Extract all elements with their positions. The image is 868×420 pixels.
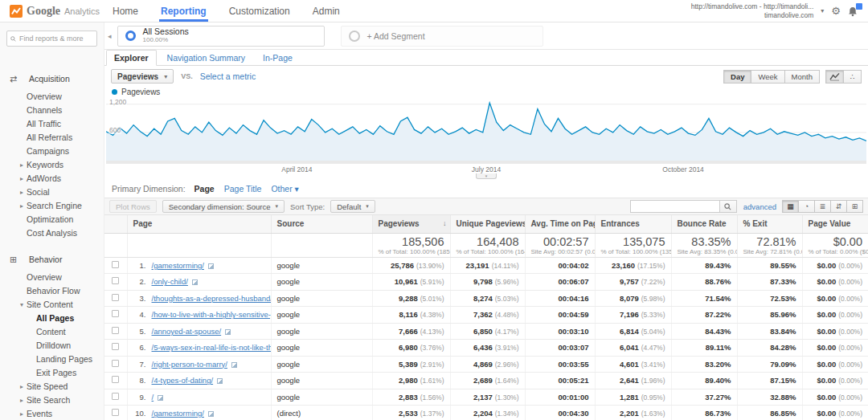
open-page-icon[interactable] [231, 362, 237, 368]
page-link[interactable]: /only-child/ [152, 277, 188, 286]
totals-subtext: % of Total: 100.00% (185,506) [379, 248, 444, 255]
exit-rate-cell: 89.55% [737, 257, 802, 274]
add-segment-button[interactable]: + Add Segment [341, 26, 543, 47]
sidebar-item-overview[interactable]: Overview [0, 90, 104, 104]
sidebar-section-header-behavior[interactable]: ⊞Behavior [0, 251, 104, 267]
notifications-bell-icon[interactable] [848, 6, 858, 17]
column-header-page[interactable]: Page [127, 215, 271, 233]
open-page-icon[interactable] [217, 378, 223, 384]
row-checkbox[interactable] [112, 360, 119, 367]
granularity-week[interactable]: Week [751, 70, 784, 84]
performance-view-icon[interactable]: ≣ [814, 200, 831, 213]
column-header-source[interactable]: Source [271, 215, 372, 233]
nav-admin[interactable]: Admin [313, 0, 340, 22]
sidebar-item-behavior-flow[interactable]: Behavior Flow [0, 284, 104, 298]
line-chart-icon[interactable] [825, 70, 844, 84]
row-checkbox[interactable] [112, 261, 119, 268]
sidebar-item-social[interactable]: ▸Social [0, 186, 104, 199]
page-link[interactable]: /gamestorming/ [152, 409, 204, 418]
granularity-month[interactable]: Month [784, 70, 820, 84]
open-page-icon[interactable] [208, 263, 214, 269]
row-checkbox[interactable] [112, 376, 119, 383]
page-link[interactable]: / [152, 393, 154, 402]
advanced-filter-link[interactable]: advanced [743, 202, 776, 211]
row-checkbox[interactable] [112, 409, 119, 416]
sidebar-item-search-engine-optimization[interactable]: ▸Search Engine Optimization [0, 199, 104, 226]
dimension-option-page[interactable]: Page [194, 184, 215, 194]
account-caret-icon[interactable]: ▾ [821, 7, 824, 14]
granularity-day[interactable]: Day [723, 70, 751, 84]
collapse-sidebar-icon[interactable]: ◂ [108, 32, 112, 40]
page-link[interactable]: /4-types-of-dating/ [152, 376, 214, 385]
pivot-view-icon[interactable]: ⊞ [846, 200, 863, 213]
account-selector[interactable]: http://timandolive.com - http://timandol… [691, 2, 814, 19]
sidebar-item-all-referrals[interactable]: All Referrals [0, 131, 104, 145]
gear-icon[interactable]: ⚙ [831, 6, 841, 16]
nav-reporting[interactable]: Reporting [161, 0, 207, 22]
sidebar-item-site-speed[interactable]: ▸Site Speed [0, 380, 104, 393]
percentage-view-icon[interactable]: ◔ [798, 200, 815, 213]
sidebar-item-channels[interactable]: Channels [0, 104, 104, 117]
column-header-exit[interactable]: % Exit [737, 215, 802, 233]
page-link[interactable]: /annoyed-at-spouse/ [152, 327, 222, 336]
select-metric-link[interactable]: Select a metric [200, 71, 256, 81]
row-checkbox[interactable] [112, 343, 119, 350]
metric-select-button[interactable]: Pageviews ▾ [111, 69, 174, 84]
nav-customization[interactable]: Customization [229, 0, 290, 22]
report-search-input[interactable] [19, 35, 93, 43]
column-header-pageviews[interactable]: Pageviews↓ [372, 215, 450, 233]
sidebar-item-landing-pages[interactable]: Landing Pages [0, 353, 104, 366]
row-checkbox[interactable] [112, 277, 119, 284]
table-search-button[interactable] [720, 200, 737, 213]
sidebar-item-all-traffic[interactable]: All Traffic [0, 117, 104, 131]
tab-in-page[interactable]: In-Page [256, 51, 300, 65]
page-link[interactable]: /gamestorming/ [152, 261, 204, 270]
page-link[interactable]: /thoughts-as-a-depressed-husband/ [152, 294, 272, 303]
sidebar-section-header-acquisition[interactable]: ⇄Acquisition [0, 71, 104, 87]
data-view-icon[interactable]: ▦ [782, 200, 799, 213]
page-link[interactable]: /5-ways-sex-in-real-life-is-not-like-the… [152, 343, 272, 352]
table-search-input[interactable] [630, 200, 720, 213]
page-link[interactable]: /right-person-to-marry/ [152, 360, 228, 369]
dimension-option-page-title[interactable]: Page Title [224, 184, 262, 194]
tab-explorer[interactable]: Explorer [106, 50, 157, 66]
open-page-icon[interactable] [208, 411, 214, 417]
motion-chart-icon[interactable]: ∴ [843, 70, 862, 84]
cell-value: 00:05:21 [558, 376, 588, 385]
page-link[interactable]: /how-to-live-with-a-highly-sensitive-per… [152, 310, 272, 319]
nav-home[interactable]: Home [113, 0, 138, 22]
row-checkbox[interactable] [112, 294, 119, 301]
segment-all-sessions[interactable]: All Sessions 100.00% [117, 26, 325, 47]
sidebar-item-keywords[interactable]: ▸Keywords [0, 158, 104, 172]
tab-navigation-summary[interactable]: Navigation Summary [160, 51, 252, 65]
sidebar-item-overview[interactable]: Overview [0, 271, 104, 284]
row-checkbox[interactable] [112, 393, 119, 400]
comparison-view-icon[interactable]: ⇵ [830, 200, 847, 213]
sidebar-item-exit-pages[interactable]: Exit Pages [0, 366, 104, 380]
column-header-page-value[interactable]: Page Value [802, 215, 868, 233]
sidebar-item-content-drilldown[interactable]: Content Drilldown [0, 325, 104, 353]
open-page-icon[interactable] [192, 279, 198, 285]
open-page-icon[interactable] [158, 395, 163, 401]
google-analytics-logo[interactable]: Google Analytics [0, 5, 106, 18]
column-header-entrances[interactable]: Entrances [595, 215, 671, 233]
sort-type-button[interactable]: Default ▾ [330, 200, 375, 213]
sidebar-item-all-pages[interactable]: All Pages [0, 312, 104, 325]
plot-rows-button[interactable]: Plot Rows [109, 200, 157, 213]
secondary-dimension-button[interactable]: Secondary dimension: Source ▾ [162, 200, 285, 213]
unique-pageviews-cell: 2,137(1.30%) [450, 389, 525, 406]
dimension-option-other[interactable]: Other ▾ [271, 184, 298, 194]
sidebar-item-events[interactable]: ▸Events [0, 407, 104, 420]
open-page-icon[interactable] [225, 329, 231, 335]
row-checkbox[interactable] [112, 327, 119, 334]
sidebar-item-campaigns[interactable]: Campaigns [0, 145, 104, 158]
sidebar-item-site-search[interactable]: ▸Site Search [0, 393, 104, 407]
sidebar-item-cost-analysis[interactable]: Cost Analysis [0, 226, 104, 240]
column-header-unique-pageviews[interactable]: Unique Pageviews [450, 215, 525, 233]
chart-scrubber-handle[interactable]: ▾ [476, 173, 497, 179]
sidebar-item-site-content[interactable]: ▾Site Content [0, 298, 104, 312]
row-checkbox[interactable] [112, 310, 119, 317]
sidebar-item-adwords[interactable]: ▸AdWords [0, 172, 104, 186]
column-header-avg-time-on-page[interactable]: Avg. Time on Page [525, 215, 595, 233]
column-header-bounce-rate[interactable]: Bounce Rate [671, 215, 737, 233]
